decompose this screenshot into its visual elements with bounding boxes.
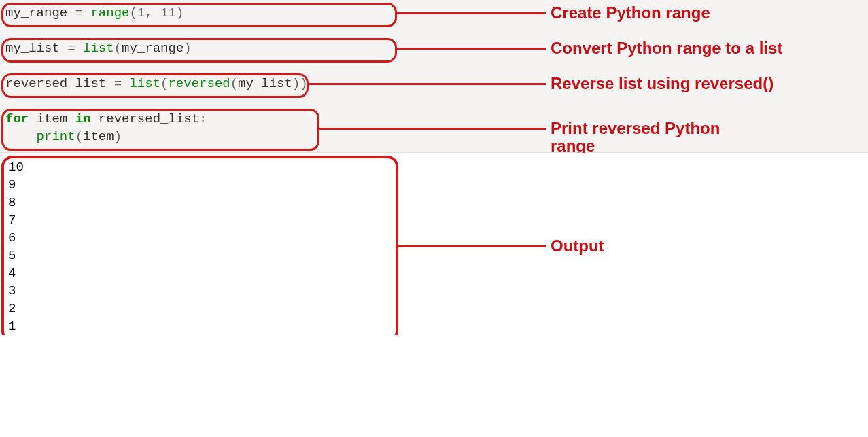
output-line: 6 [8,229,868,247]
ident: my_range [122,41,184,56]
space [67,111,75,126]
op: = [67,5,90,20]
fn-list: list [83,41,114,56]
annotation-1: Create Python range [551,4,710,22]
ident: item [83,129,114,144]
fn-reversed: reversed [168,76,230,91]
ident: reversed_list [5,76,106,91]
fn-range: range [90,5,129,20]
output-line: 1 [8,317,868,335]
annotation-4: Print reversed Python range [551,120,727,156]
annotation-5: Output [551,237,604,255]
fn-print: print [37,129,75,144]
paren: ( [114,41,122,56]
code-block: my_range = range(1, 11) my_list = list(m… [0,0,868,153]
paren: ( [230,76,238,91]
num: 11 [160,5,176,20]
ident: my_list [238,76,292,91]
paren: ) [114,129,122,144]
paren: ) [300,76,307,91]
colon: : [199,111,207,126]
output-block: 10 9 8 7 6 5 4 3 2 1 Output [0,153,868,335]
code-line-4: for item in reversed_list: [0,110,868,128]
op: = [106,76,129,91]
ident: my_list [5,41,60,56]
fn-list: list [129,76,160,91]
output-line: 2 [8,300,868,317]
indent [5,129,37,144]
output-line: 7 [8,211,868,229]
paren: ) [176,5,184,20]
output-line: 3 [8,282,868,300]
code-line-1: my_range = range(1, 11) [0,4,868,22]
output-line: 4 [8,264,868,282]
kw-in: in [75,111,91,126]
kw-for: for [5,111,29,126]
output-line: 9 [8,176,868,194]
paren: ( [129,5,137,20]
annotation-3: Reverse list using reversed() [551,75,774,92]
output-line: 10 [8,158,868,176]
annotation-2: Convert Python range to a list [551,39,782,57]
num: 1 [137,5,145,20]
code-line-5: print(item) [0,128,868,145]
ident: reversed_list [99,111,199,126]
blank-line [0,22,868,39]
space [90,111,98,126]
blank-line [0,92,868,110]
op: = [60,41,83,56]
output-line: 8 [8,194,868,211]
paren: ) [292,76,300,91]
output-line: 5 [8,247,868,264]
paren: ( [75,129,83,144]
paren: ) [184,41,191,56]
paren: ( [160,76,168,91]
ident: my_range [5,5,67,20]
space [29,111,36,126]
comma: , [145,5,160,20]
blank-line [0,57,868,75]
ident: item [37,111,68,126]
